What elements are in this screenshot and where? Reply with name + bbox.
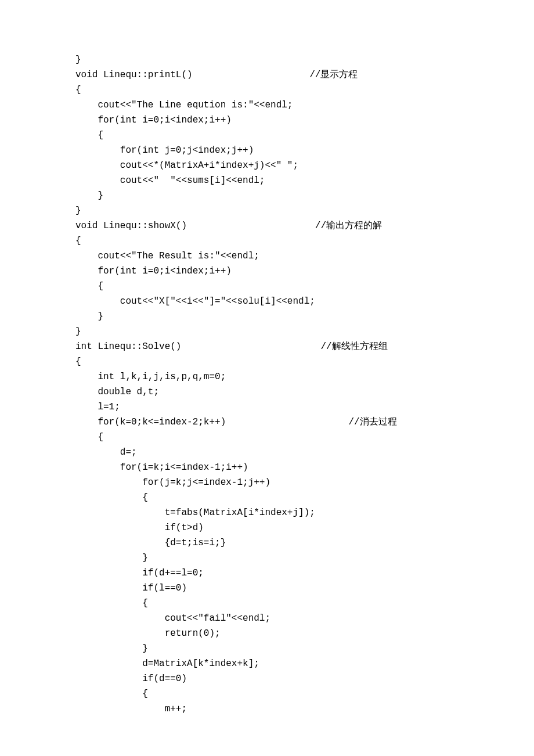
- code-line: m++;: [75, 701, 534, 717]
- code-line: cout<<"X["<<i<<"]="<<solu[i]<<endl;: [75, 294, 534, 309]
- code-line: cout<<"The Result is:"<<endl;: [75, 249, 534, 264]
- code-line: int l,k,i,j,is,p,q,m=0;: [75, 369, 534, 384]
- code-line: {d=t;is=i;}: [75, 535, 534, 550]
- code-line: t=fabs(MatrixA[i*index+j]);: [75, 505, 534, 520]
- code-line: }: [75, 203, 534, 218]
- code-line: {: [75, 82, 534, 98]
- code-line: double d,t;: [75, 384, 534, 399]
- code-line: for(i=k;i<=index-1;i++): [75, 460, 534, 475]
- code-line: d=;: [75, 445, 534, 460]
- code-line: }: [75, 324, 534, 339]
- code-line: }: [75, 188, 534, 203]
- code-line: {: [75, 233, 534, 249]
- code-line: for(int j=0;j<index;j++): [75, 143, 534, 158]
- code-line: d=MatrixA[k*index+k];: [75, 656, 534, 671]
- code-line: cout<<"fail"<<endl;: [75, 611, 534, 626]
- code-line: void Linequ::showX() //输出方程的解: [75, 218, 534, 233]
- code-line: {: [75, 430, 534, 445]
- code-line: if(d+==l=0;: [75, 566, 534, 581]
- code-line: for(k=0;k<=index-2;k++) //消去过程: [75, 415, 534, 430]
- code-line: cout<<*(MatrixA+i*index+j)<<" ";: [75, 158, 534, 173]
- code-line: {: [75, 128, 534, 143]
- code-line: }: [75, 550, 534, 566]
- code-line: for(j=k;j<=index-1;j++): [75, 475, 534, 490]
- code-line: return(0);: [75, 626, 534, 641]
- code-line: if(d==0): [75, 671, 534, 686]
- code-line: {: [75, 686, 534, 701]
- code-line: if(l==0): [75, 581, 534, 596]
- code-line: for(int i=0;i<index;i++): [75, 264, 534, 279]
- code-line: {: [75, 490, 534, 505]
- code-line: void Linequ::printL() //显示方程: [75, 67, 534, 82]
- code-line: {: [75, 596, 534, 611]
- code-line: if(t>d): [75, 520, 534, 535]
- code-line: cout<<"The Line eqution is:"<<endl;: [75, 98, 534, 113]
- code-line: cout<<" "<<sums[i]<<endl;: [75, 173, 534, 188]
- code-document: }void Linequ::printL() //显示方程{ cout<<"Th…: [0, 0, 534, 717]
- code-line: {: [75, 354, 534, 369]
- code-line: l=1;: [75, 399, 534, 415]
- code-line: }: [75, 52, 534, 67]
- code-line: {: [75, 279, 534, 294]
- code-line: }: [75, 641, 534, 656]
- code-line: }: [75, 309, 534, 324]
- code-line: for(int i=0;i<index;i++): [75, 113, 534, 128]
- code-line: int Linequ::Solve() //解线性方程组: [75, 339, 534, 354]
